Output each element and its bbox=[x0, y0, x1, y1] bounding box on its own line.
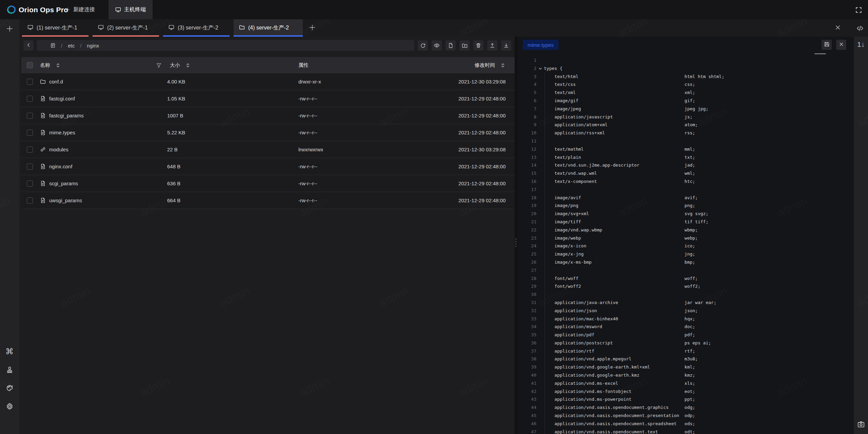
table-row[interactable]: conf.d4.00 KBdrwxr-xr-x2021-12-30 03:29:… bbox=[21, 73, 515, 90]
eye-icon bbox=[434, 42, 440, 49]
fullscreen-icon[interactable] bbox=[853, 4, 864, 15]
terminal-tab-bar: (1) server-生产-1(2) server-生产-1(3) server… bbox=[19, 19, 868, 37]
file-name[interactable]: mime.types bbox=[49, 130, 75, 135]
sort-lines-icon[interactable]: 1↓ bbox=[855, 39, 866, 50]
stamp-icon[interactable] bbox=[4, 364, 15, 375]
file-icon bbox=[40, 181, 46, 186]
right-rail: 1↓ bbox=[854, 37, 868, 434]
table-row[interactable]: modules22 Blrwxrwxrwx2021-12-30 03:29:08 bbox=[21, 141, 515, 158]
close-panel-button[interactable] bbox=[832, 23, 843, 34]
file-mtime: 2021-12-29 02:48:00 bbox=[458, 113, 506, 118]
table-row[interactable]: scgi_params636 B-rw-r--r--2021-12-29 02:… bbox=[21, 175, 515, 192]
save-button[interactable] bbox=[822, 40, 832, 50]
file-size: 4.00 KB bbox=[167, 79, 185, 84]
upload-button[interactable] bbox=[487, 40, 497, 51]
monitor-icon bbox=[27, 24, 33, 32]
row-checkbox[interactable] bbox=[27, 96, 33, 102]
file-mtime: 2021-12-29 02:48:00 bbox=[458, 130, 506, 135]
terminal-tab-label: (2) server-生产-1 bbox=[107, 24, 148, 32]
table-row[interactable]: mime.types5.22 KB-rw-r--r--2021-12-29 02… bbox=[21, 124, 515, 141]
file-name[interactable]: uwsgi_params bbox=[49, 197, 82, 203]
link-icon bbox=[40, 147, 46, 152]
file-size: 1007 B bbox=[167, 113, 183, 118]
file-name[interactable]: scgi_params bbox=[49, 181, 78, 186]
table-row[interactable]: uwsgi_params664 B-rw-r--r--2021-12-29 02… bbox=[21, 192, 515, 209]
editor-close-button[interactable] bbox=[836, 40, 846, 50]
file-mtime: 2021-12-30 03:29:08 bbox=[458, 147, 506, 152]
row-checkbox[interactable] bbox=[27, 147, 33, 153]
plus-icon bbox=[6, 25, 13, 34]
file-attrs: -rw-r--r-- bbox=[298, 130, 317, 135]
trash-icon bbox=[476, 43, 481, 48]
sort-mtime-control[interactable] bbox=[501, 63, 505, 68]
add-tab-button[interactable] bbox=[307, 23, 318, 34]
terminal-tab-2[interactable]: (2) server-生产-1 bbox=[93, 19, 159, 37]
sort-size-control[interactable] bbox=[186, 63, 190, 68]
delete-button[interactable] bbox=[473, 40, 484, 51]
new-file-button[interactable] bbox=[446, 40, 456, 51]
breadcrumb-segment-nginx[interactable]: nginx bbox=[87, 43, 99, 49]
save-icon bbox=[824, 41, 830, 49]
file-name[interactable]: fastcgi_params bbox=[49, 113, 84, 118]
terminal-tab-4[interactable]: (4) server-生产-2 bbox=[234, 19, 303, 37]
column-header-mtime: 修改时间 bbox=[475, 62, 495, 69]
file-name[interactable]: fastcgi.conf bbox=[49, 96, 75, 101]
file-size: 648 B bbox=[167, 164, 180, 169]
table-row[interactable]: nginx.conf648 B-rw-r--r--2021-12-29 02:4… bbox=[21, 158, 515, 175]
gear-icon[interactable] bbox=[4, 401, 15, 412]
download-button[interactable] bbox=[501, 40, 511, 51]
menu-new-connection[interactable]: 新建连接 bbox=[58, 0, 102, 19]
terminal-tab-1[interactable]: (1) server-生产-1 bbox=[22, 19, 88, 37]
file-icon bbox=[40, 96, 46, 101]
preview-button[interactable] bbox=[432, 40, 442, 51]
splitter-handle[interactable] bbox=[515, 239, 516, 247]
breadcrumb: / etc / nginx bbox=[37, 40, 414, 51]
row-checkbox[interactable] bbox=[27, 181, 33, 187]
download-icon bbox=[504, 43, 509, 48]
file-size: 664 B bbox=[167, 197, 180, 203]
row-checkbox[interactable] bbox=[27, 164, 33, 170]
fold-chevron-icon[interactable] bbox=[538, 67, 542, 71]
file-attrs: -rw-r--r-- bbox=[298, 113, 317, 118]
row-checkbox[interactable] bbox=[27, 197, 33, 204]
table-header-row: 名称 大小 属性 修改时间 bbox=[21, 57, 515, 73]
row-checkbox[interactable] bbox=[27, 130, 33, 136]
terminal-tab-label: (3) server-生产-2 bbox=[178, 24, 218, 32]
file-table: 名称 大小 属性 修改时间 conf.d4.00 KBdrwxr-xr-x202… bbox=[21, 57, 515, 209]
panel-splitter[interactable] bbox=[515, 37, 517, 434]
palette-icon[interactable] bbox=[4, 382, 15, 393]
file-size: 5.22 KB bbox=[167, 130, 185, 135]
filter-icon[interactable] bbox=[156, 62, 162, 68]
row-checkbox[interactable] bbox=[27, 79, 33, 85]
code-content[interactable]: types { text/html html htm shtml; text/c… bbox=[544, 56, 724, 434]
scrollbar-indicator[interactable] bbox=[814, 53, 826, 54]
file-name[interactable]: conf.d bbox=[49, 79, 63, 84]
terminal-tab-3[interactable]: (3) server-生产-2 bbox=[163, 19, 230, 37]
select-all-checkbox[interactable] bbox=[27, 62, 33, 68]
file-mtime: 2021-12-29 02:48:00 bbox=[458, 96, 506, 101]
file-name[interactable]: nginx.conf bbox=[49, 164, 72, 169]
command-icon[interactable]: ⌘ bbox=[4, 346, 15, 357]
code-icon[interactable] bbox=[854, 23, 865, 34]
refresh-button[interactable] bbox=[418, 40, 428, 51]
file-name[interactable]: modules bbox=[49, 147, 68, 152]
back-button[interactable] bbox=[23, 40, 34, 51]
file-size: 22 B bbox=[167, 147, 178, 152]
column-header-size: 大小 bbox=[170, 62, 180, 69]
line-numbers[interactable]: 1 2 3 4 5 6 7 8 9 10 11 12 13 14 15 16 1… bbox=[522, 56, 536, 434]
new-terminal-button[interactable] bbox=[4, 24, 15, 35]
new-folder-button[interactable] bbox=[459, 40, 470, 51]
camera-icon[interactable] bbox=[855, 419, 866, 430]
row-checkbox[interactable] bbox=[27, 113, 33, 119]
table-row[interactable]: fastcgi_params1007 B-rw-r--r--2021-12-29… bbox=[21, 107, 515, 124]
menu-host-terminal[interactable]: 主机终端 bbox=[108, 0, 153, 19]
sort-name-control[interactable] bbox=[56, 63, 60, 68]
editor-file-tab[interactable]: mime.types bbox=[523, 40, 558, 50]
file-mtime: 2021-12-29 02:48:00 bbox=[458, 197, 506, 203]
table-row[interactable]: fastcgi.conf1.05 KB-rw-r--r--2021-12-29 … bbox=[21, 90, 515, 107]
breadcrumb-segment-etc[interactable]: etc bbox=[68, 43, 75, 49]
file-mtime: 2021-12-29 02:48:00 bbox=[458, 181, 506, 186]
chevron-left-icon bbox=[26, 42, 31, 49]
plus-icon bbox=[65, 7, 70, 12]
list-icon[interactable] bbox=[50, 43, 56, 48]
